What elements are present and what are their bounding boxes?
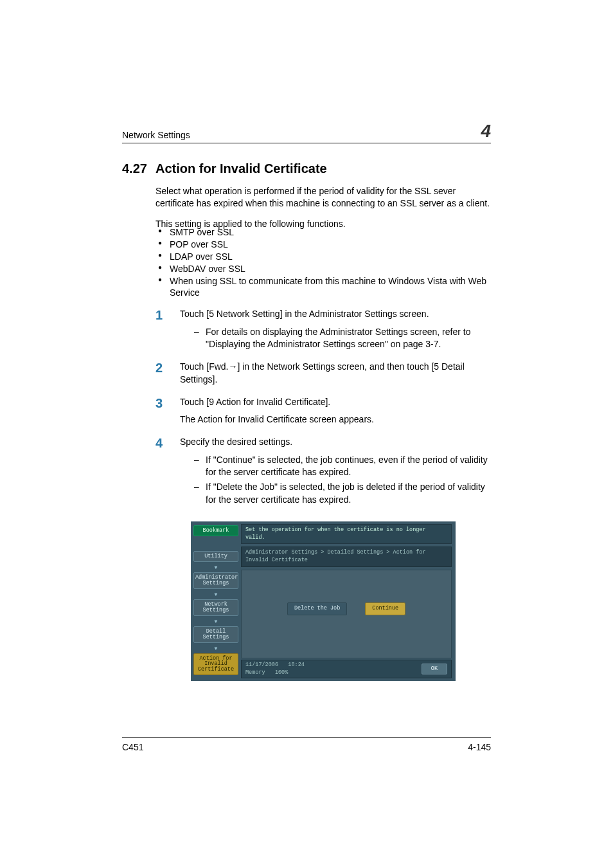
chapter-number: 4 bbox=[481, 122, 491, 140]
device-sidebar: Bookmark Utility ▼ Administrator Setting… bbox=[191, 521, 241, 680]
device-screenshot: Bookmark Utility ▼ Administrator Setting… bbox=[155, 521, 491, 681]
footer-left: C451 bbox=[122, 742, 143, 752]
device-main-panel: Delete the Job Continue bbox=[241, 570, 452, 658]
arrow-down-icon: ▼ bbox=[193, 618, 238, 625]
status-mem-label: Memory bbox=[245, 669, 265, 676]
step-number: 4 bbox=[155, 436, 180, 511]
option-delete-job[interactable]: Delete the Job bbox=[287, 602, 347, 615]
section-heading: 4.27Action for Invalid Certificate bbox=[122, 161, 491, 176]
step-sub: For details on displaying the Administra… bbox=[194, 326, 491, 351]
step-sub: If "Continue" is selected, the job conti… bbox=[194, 454, 491, 479]
status-date: 11/17/2006 bbox=[245, 662, 278, 668]
footer-right: 4-145 bbox=[468, 742, 491, 752]
sidebar-admin-settings[interactable]: Administrator Settings bbox=[193, 572, 238, 589]
arrow-down-icon: ▼ bbox=[193, 591, 238, 598]
arrow-down-icon: ▼ bbox=[193, 564, 238, 571]
bullet-item: SMTP over SSL bbox=[155, 226, 491, 239]
sidebar-network-settings[interactable]: Network Settings bbox=[193, 599, 238, 616]
step-number: 1 bbox=[155, 308, 180, 356]
bullet-item: WebDAV over SSL bbox=[155, 263, 491, 275]
bullet-item: When using SSL to communicate from this … bbox=[155, 275, 491, 300]
step-sub: If "Delete the Job" is selected, the job… bbox=[194, 481, 491, 506]
device-breadcrumb: Administrator Settings > Detailed Settin… bbox=[241, 547, 452, 566]
step-number: 2 bbox=[155, 361, 180, 391]
option-continue[interactable]: Continue bbox=[365, 602, 405, 615]
section-title: Action for Invalid Certificate bbox=[155, 161, 327, 176]
arrow-down-icon: ▼ bbox=[193, 645, 238, 652]
bullet-list: SMTP over SSL POP over SSL LDAP over SSL… bbox=[155, 226, 491, 299]
sidebar-utility[interactable]: Utility bbox=[193, 551, 238, 562]
step-2: 2 Touch [Fwd.→] in the Network Settings … bbox=[155, 361, 491, 391]
bookmark-button[interactable]: Bookmark bbox=[193, 525, 238, 536]
running-header: Network Settings 4 bbox=[122, 122, 491, 143]
bullet-item: LDAP over SSL bbox=[155, 251, 491, 263]
section-number: 4.27 bbox=[122, 161, 155, 176]
step-text: Touch [5 Network Setting] in the Adminis… bbox=[180, 308, 491, 320]
device-status-bar: 11/17/2006 18:24 Memory 100% OK bbox=[241, 660, 452, 678]
header-left: Network Settings bbox=[122, 130, 190, 140]
step-text: Touch [Fwd.→] in the Network Settings sc… bbox=[180, 361, 491, 386]
step-4: 4 Specify the desired settings. If "Cont… bbox=[155, 436, 491, 511]
ok-button[interactable]: OK bbox=[422, 664, 447, 675]
status-time: 18:24 bbox=[288, 662, 305, 668]
page-footer: C451 4-145 bbox=[122, 737, 491, 752]
step-1: 1 Touch [5 Network Setting] in the Admin… bbox=[155, 308, 491, 356]
device-panel: Bookmark Utility ▼ Administrator Setting… bbox=[191, 521, 456, 681]
sidebar-detail-settings[interactable]: Detail Settings bbox=[193, 626, 238, 643]
step-3: 3 Touch [9 Action for Invalid Certificat… bbox=[155, 396, 491, 431]
step-number: 3 bbox=[155, 396, 180, 431]
status-mem-value: 100% bbox=[275, 669, 288, 676]
device-instruction-bar: Set the operation for when the certifica… bbox=[241, 524, 452, 544]
step-after-text: The Action for Invalid Certificate scree… bbox=[180, 413, 491, 426]
step-text: Touch [9 Action for Invalid Certificate]… bbox=[180, 396, 491, 408]
bullet-item: POP over SSL bbox=[155, 239, 491, 251]
sidebar-action-invalid-cert[interactable]: Action for Invalid Certificate bbox=[193, 653, 238, 676]
step-text: Specify the desired settings. bbox=[180, 436, 491, 448]
intro-paragraph-1: Select what operation is performed if th… bbox=[155, 185, 491, 210]
